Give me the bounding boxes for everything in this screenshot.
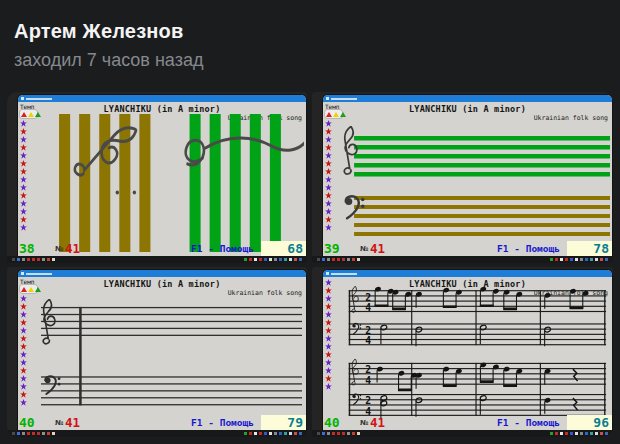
tempo-sidebar: Темп [20, 278, 38, 406]
taskbar-icon [555, 258, 558, 261]
flower-icon [325, 144, 332, 151]
screenshot-score-notes[interactable]: LYANCHIKU (in A minor) Ukrainian folk so… [312, 267, 613, 437]
help-hint: F1 - Помощь [497, 243, 560, 254]
taskbar-app-icons [12, 258, 55, 261]
flower-icon [20, 311, 27, 318]
flower-icon-column [20, 120, 38, 231]
taskbar-icon [337, 258, 340, 261]
flower-icon [20, 367, 27, 374]
flower-icon [20, 136, 27, 143]
flower-icon [20, 184, 27, 191]
taskbar-icon [254, 432, 257, 435]
taskbar-icon [560, 258, 563, 261]
taskbar-icon [42, 258, 45, 261]
flower-icon [325, 343, 332, 350]
app-window: LYANCHIKU (in A minor) Ukrainian folk so… [323, 270, 612, 430]
flower-icon-column [325, 279, 343, 390]
song-title: LYANCHIKU (in A minor) [323, 104, 612, 114]
flower-icon [325, 303, 332, 310]
taskbar-icon [249, 258, 252, 261]
taskbar-icon [299, 432, 302, 435]
taskbar-icon [52, 258, 55, 261]
flower-icon [325, 208, 332, 215]
app-window: LYANCHIKU (in A minor) Ukrainian folk so… [323, 95, 612, 256]
taskbar-icon [600, 432, 603, 435]
taskbar-icon [264, 432, 267, 435]
taskbar-icon [317, 258, 320, 261]
taskbar-icon [52, 432, 55, 435]
flower-icon [20, 168, 27, 175]
window-title-text [26, 273, 52, 276]
taskbar-icon [347, 258, 350, 261]
app-body: LYANCHIKU (in A minor) Ukrainian folk so… [323, 102, 612, 256]
taskbar-icon [264, 258, 267, 261]
taskbar-icon [595, 258, 598, 261]
help-hint: F1 - Помощь [191, 243, 254, 254]
flower-icon [20, 327, 27, 334]
app-window: LYANCHIKU (in A minor) Ukrainian folk so… [18, 270, 306, 430]
taskbar-icon [605, 258, 608, 261]
taskbar-icon [322, 432, 325, 435]
app-window: LYANCHIKU (in A minor) Ukrainian folk so… [18, 95, 306, 256]
flower-icon [20, 399, 27, 406]
stave-animation-canvas [342, 124, 610, 240]
flower-icon [325, 184, 332, 191]
taskbar-icon [244, 258, 247, 261]
flower-icon [325, 192, 332, 199]
taskbar-icon [595, 432, 598, 435]
flower-icon [20, 375, 27, 382]
flower-icon [325, 168, 332, 175]
taskbar-icon [27, 432, 30, 435]
red-triangle-icon [21, 112, 27, 117]
flower-icon [325, 287, 332, 294]
taskbar-icon [12, 432, 15, 435]
barline [79, 307, 82, 405]
yellow-triangle-icon [333, 112, 339, 117]
taskbar-icon [32, 258, 35, 261]
screenshot-staves-colored[interactable]: LYANCHIKU (in A minor) Ukrainian folk so… [312, 92, 613, 263]
value-number: 96 [593, 415, 609, 430]
flower-icon [20, 144, 27, 151]
screenshot-staves-plain[interactable]: LYANCHIKU (in A minor) Ukrainian folk so… [7, 267, 307, 437]
window-title-text [331, 273, 357, 276]
score-canvas: 24 24 24 24 [339, 286, 608, 421]
flower-icon [325, 120, 332, 127]
flower-icon [20, 152, 27, 159]
taskbar-icon [327, 258, 330, 261]
taskbar-icon [570, 258, 573, 261]
olive-vertical-bars [59, 114, 150, 252]
taskbar-icon [585, 432, 588, 435]
last-seen-status: заходил 7 часов назад [14, 50, 203, 71]
taskbar-app-icons [12, 432, 55, 435]
taskbar-tray-icons [550, 432, 608, 435]
taskbar-icon [294, 258, 297, 261]
taskbar-icon [322, 258, 325, 261]
flower-icon [325, 200, 332, 207]
taskbar-icon [357, 258, 360, 261]
taskbar-icon [580, 258, 583, 261]
flower-icon [20, 391, 27, 398]
flower-icon [20, 351, 27, 358]
taskbar-icon [269, 258, 272, 261]
window-titlebar [323, 95, 612, 102]
green-triangle-icon [340, 112, 346, 117]
taskbar-icon [550, 258, 553, 261]
flower-icon [20, 335, 27, 342]
taskbar-icon [269, 432, 272, 435]
taskbar-app-icons [317, 432, 360, 435]
tempo-traffic-light-icon [20, 285, 37, 293]
taskbar-icon [352, 258, 355, 261]
measure-number: 41 [65, 415, 80, 430]
flower-icon [20, 343, 27, 350]
flower-icon [20, 208, 27, 215]
app-body: LYANCHIKU (in A minor) Ukrainian folk so… [323, 277, 612, 430]
flower-icon [20, 160, 27, 167]
tempo-counter: 38 [19, 241, 35, 256]
chat-header[interactable]: Артем Железнов заходил 7 часов назад [14, 20, 203, 71]
screenshot-staves-rotating[interactable]: LYANCHIKU (in A minor) Ukrainian folk so… [7, 92, 307, 263]
flower-icon [325, 216, 332, 223]
flower-icon [20, 128, 27, 135]
yellow-triangle-icon [28, 287, 34, 292]
value-number: 79 [287, 415, 303, 430]
taskbar-icon [27, 258, 30, 261]
